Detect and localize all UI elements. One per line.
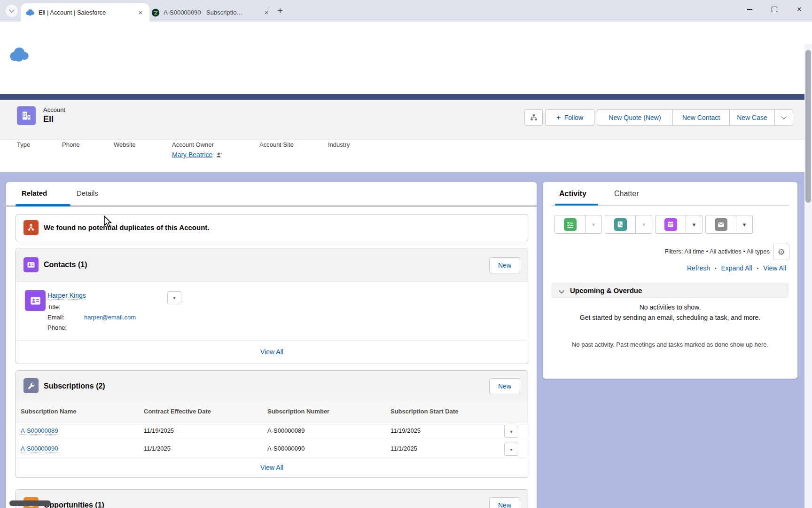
salesforce-logo bbox=[8, 47, 30, 62]
email-value[interactable]: harper@email.com bbox=[84, 314, 136, 321]
window-close-button[interactable]: × bbox=[789, 0, 810, 19]
cell-start-date: 11/19/2025 bbox=[390, 427, 421, 434]
vertical-scrollbar-thumb[interactable] bbox=[805, 50, 811, 203]
active-tab-underline bbox=[555, 204, 598, 206]
tab-chatter[interactable]: Chatter bbox=[614, 190, 639, 198]
dropdown-icon: ▾ bbox=[693, 221, 696, 228]
horizontal-scrollbar-thumb[interactable] bbox=[9, 500, 51, 506]
email-button[interactable] bbox=[705, 215, 736, 234]
tab-title: Ell | Account | Salesforce bbox=[39, 9, 106, 16]
dropdown-icon: ▾ bbox=[743, 221, 746, 228]
zuora-favicon bbox=[151, 8, 160, 17]
account-owner-link[interactable]: Mary Beatrice bbox=[172, 151, 212, 159]
log-call-button[interactable] bbox=[605, 215, 636, 234]
row-actions-button[interactable]: ▾ bbox=[504, 443, 518, 456]
follow-button[interactable]: + Follow bbox=[545, 109, 594, 126]
task-icon bbox=[564, 218, 577, 231]
contacts-icon bbox=[23, 257, 39, 272]
column-header[interactable]: Subscription Start Date bbox=[390, 408, 458, 415]
tab-close-button[interactable]: × bbox=[136, 8, 145, 17]
row-actions-button[interactable]: ▾ bbox=[504, 425, 518, 438]
tab-details[interactable]: Details bbox=[77, 189, 98, 197]
subscriptions-new-button[interactable]: New bbox=[489, 378, 520, 394]
contact-name-link[interactable]: Harper Kings bbox=[47, 292, 86, 299]
contacts-new-button[interactable]: New bbox=[489, 257, 520, 273]
browser-tab-inactive[interactable]: A-S00000090 - Subscription - Z × bbox=[147, 3, 275, 22]
contact-email-link[interactable]: harper@email.com bbox=[84, 314, 136, 321]
dropdown-icon: ▾ bbox=[173, 295, 175, 301]
expand-all-link[interactable]: Expand All bbox=[721, 264, 752, 272]
field-label-type: Type bbox=[17, 141, 30, 148]
duplicates-card: We found no potential duplicates of this… bbox=[16, 214, 528, 241]
duplicates-message: We found no potential duplicates of this… bbox=[44, 223, 210, 231]
browser-tab-active[interactable]: Ell | Account | Salesforce × bbox=[21, 3, 149, 22]
event-calendar-icon bbox=[664, 218, 677, 231]
field-label-website: Website bbox=[114, 141, 136, 148]
opportunities-title[interactable]: Opportunities (1) bbox=[44, 501, 104, 508]
column-header[interactable]: Contract Effective Date bbox=[144, 408, 211, 415]
follow-label: Follow bbox=[564, 114, 583, 121]
contacts-view-all[interactable]: View All bbox=[16, 341, 528, 363]
log-call-dropdown-button[interactable]: ▾ bbox=[636, 215, 652, 234]
entity-label: Account bbox=[43, 106, 65, 113]
view-all-link[interactable]: View All bbox=[763, 264, 786, 272]
new-case-button[interactable]: New Case bbox=[730, 109, 775, 126]
subscription-name[interactable]: A-S00000089 bbox=[21, 427, 58, 435]
cell-subscription-number: A-S00000090 bbox=[267, 445, 305, 452]
dropdown-icon: ▾ bbox=[510, 429, 512, 434]
call-icon bbox=[614, 218, 627, 231]
change-owner-icon[interactable] bbox=[216, 151, 223, 159]
column-header[interactable]: Subscription Name bbox=[21, 408, 76, 415]
more-actions-button[interactable] bbox=[774, 109, 793, 126]
new-task-button[interactable] bbox=[554, 215, 586, 234]
subscription-link[interactable]: A-S00000090 bbox=[21, 445, 58, 452]
opportunities-new-button[interactable]: New bbox=[489, 497, 520, 508]
vertical-scrollbar[interactable] bbox=[804, 44, 812, 508]
account-page-header: Account Ell + Follow New Quote (New) New… bbox=[0, 100, 812, 172]
bullet: • bbox=[757, 266, 759, 271]
window-maximize-button[interactable] bbox=[764, 0, 785, 19]
upcoming-overdue-section-header[interactable]: Upcoming & Overdue bbox=[551, 283, 789, 298]
refresh-link[interactable]: Refresh bbox=[687, 264, 710, 272]
maximize-icon bbox=[772, 7, 777, 12]
subscription-link[interactable]: A-S00000089 bbox=[21, 427, 58, 434]
activity-filters-summary[interactable]: Filters: All time • All activities • All… bbox=[664, 248, 770, 255]
view-all-label[interactable]: View All bbox=[260, 348, 283, 356]
view-hierarchy-button[interactable] bbox=[524, 109, 543, 126]
task-dropdown-button[interactable]: ▾ bbox=[586, 215, 602, 234]
plus-icon: + bbox=[556, 113, 561, 122]
contact-row-actions-button[interactable]: ▾ bbox=[167, 291, 181, 304]
subscriptions-view-all[interactable]: View All bbox=[16, 458, 528, 477]
column-header[interactable]: Subscription Number bbox=[267, 408, 329, 415]
window-minimize-button[interactable] bbox=[739, 0, 760, 19]
new-tab-button[interactable]: + bbox=[274, 5, 286, 16]
subscriptions-header: Subscriptions (2) New bbox=[16, 371, 528, 402]
subscriptions-title[interactable]: Subscriptions (2) bbox=[44, 382, 105, 390]
tab-related[interactable]: Related bbox=[22, 189, 47, 197]
view-all-label[interactable]: View All bbox=[260, 464, 283, 471]
tab-title: A-S00000090 - Subscription - Z bbox=[164, 9, 244, 16]
cell-contract-date: 11/19/2025 bbox=[144, 427, 174, 434]
tab-close-button[interactable]: × bbox=[262, 8, 271, 17]
app-nav-bar: Zuora Quotes Home Accounts Opportunities… bbox=[0, 72, 812, 95]
table-row: A-S00000089 11/19/2025 A-S00000089 11/19… bbox=[16, 422, 528, 440]
chevron-down-icon bbox=[9, 7, 14, 12]
active-tab-underline bbox=[16, 204, 70, 206]
field-label-phone: Phone bbox=[62, 141, 80, 148]
new-event-button[interactable] bbox=[655, 215, 686, 234]
activity-settings-gear-button[interactable]: ⚙ bbox=[773, 244, 789, 260]
tab-activity[interactable]: Activity bbox=[559, 190, 586, 198]
related-panel-card: Related Details We found no potential du… bbox=[6, 182, 537, 508]
tab-search-button[interactable] bbox=[6, 5, 18, 17]
new-quote-button[interactable]: New Quote (New) bbox=[597, 109, 673, 126]
subscription-name[interactable]: A-S00000090 bbox=[21, 445, 58, 452]
account-object-icon bbox=[17, 106, 36, 125]
new-contact-button[interactable]: New Contact bbox=[673, 109, 730, 126]
hierarchy-icon bbox=[530, 113, 538, 122]
mouse-cursor bbox=[103, 215, 112, 228]
contacts-title[interactable]: Contacts (1) bbox=[44, 261, 87, 269]
upcoming-overdue-title: Upcoming & Overdue bbox=[570, 286, 642, 294]
event-dropdown-button[interactable]: ▾ bbox=[686, 215, 703, 234]
email-dropdown-button[interactable]: ▾ bbox=[736, 215, 753, 234]
contact-name[interactable]: Harper Kings bbox=[47, 292, 86, 300]
